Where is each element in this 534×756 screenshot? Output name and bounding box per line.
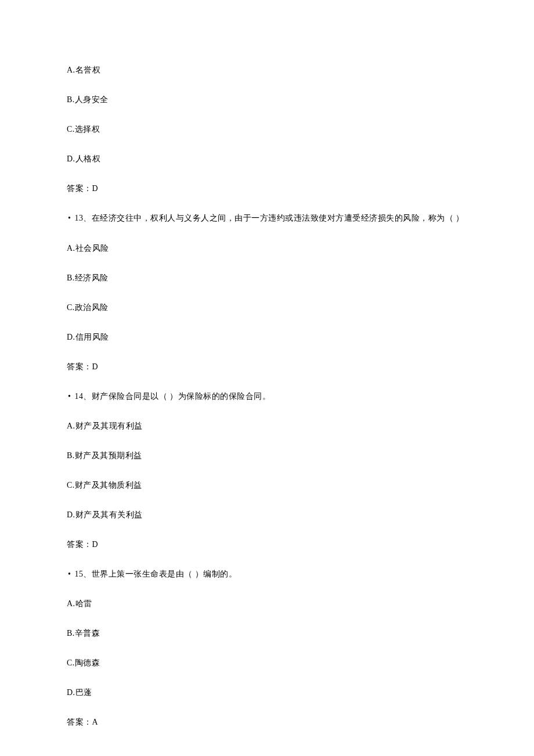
q14-question: • 14、财产保险合同是以（ ）为保险标的的保险合同。 — [67, 390, 467, 402]
q14-option-b: B.财产及其预期利益 — [67, 449, 467, 462]
q13-question: • 13、在经济交往中，权利人与义务人之间，由于一方违约或违法致使对方遭受经济损… — [67, 212, 467, 225]
q12-answer: 答案：D — [67, 182, 467, 195]
bullet-icon: • — [68, 390, 71, 402]
q15-question: • 15、世界上策一张生命表是由（ ）编制的。 — [67, 568, 467, 580]
q13-option-b: B.经济风险 — [67, 272, 467, 284]
q14-option-c: C.财产及其物质利益 — [67, 479, 467, 491]
q15-option-c: C.陶德森 — [67, 657, 467, 669]
q12-option-a: A.名誉权 — [67, 64, 467, 76]
q13-option-a: A.社会风险 — [67, 242, 467, 254]
q14-answer: 答案：D — [67, 538, 467, 550]
q14-option-d: D.财产及其有关利益 — [67, 509, 467, 521]
q12-option-b: B.人身安全 — [67, 93, 467, 106]
q15-option-a: A.哈雷 — [67, 597, 467, 610]
q12-option-c: C.选择权 — [67, 123, 467, 135]
q15-option-d: D.巴蓬 — [67, 686, 467, 699]
q15-answer: 答案：A — [67, 716, 467, 728]
q13-answer: 答案：D — [67, 361, 467, 373]
q15-option-b: B.辛普森 — [67, 627, 467, 639]
q14-option-a: A.财产及其现有利益 — [67, 420, 467, 432]
q14-text: 14、财产保险合同是以（ ）为保险标的的保险合同。 — [74, 390, 270, 402]
q13-option-c: C.政治风险 — [67, 301, 467, 314]
bullet-icon: • — [68, 212, 71, 224]
q13-text: 13、在经济交往中，权利人与义务人之间，由于一方违约或违法致使对方遭受经济损失的… — [74, 212, 464, 225]
q13-option-d: D.信用风险 — [67, 331, 467, 343]
q15-text: 15、世界上策一张生命表是由（ ）编制的。 — [74, 568, 237, 580]
q12-option-d: D.人格权 — [67, 153, 467, 165]
bullet-icon: • — [68, 568, 71, 580]
